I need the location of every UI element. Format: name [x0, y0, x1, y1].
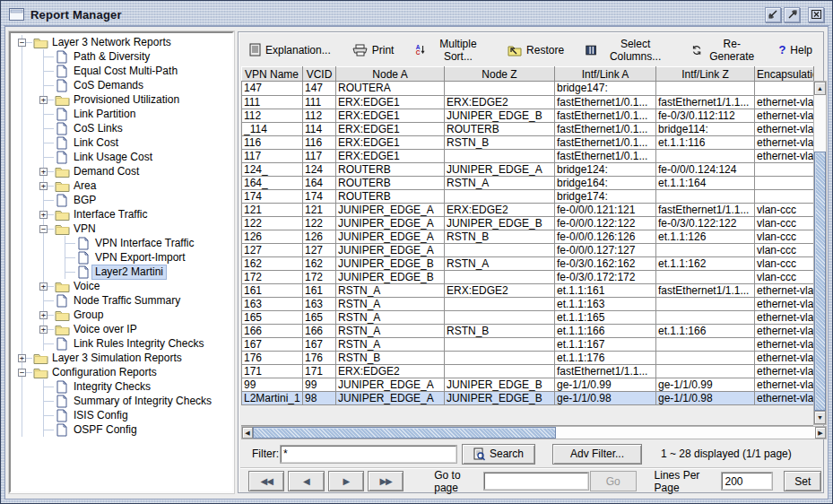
table-row[interactable]: 116116ERX:EDGE1RSTN_BfastEthernet1/0.1..… — [242, 135, 814, 149]
table-row[interactable]: 117117ERX:EDGE1fastEthernet1/0.1...ether… — [242, 149, 814, 162]
table-row[interactable]: 111111ERX:EDGE1ERX:EDGE2fastEthernet1/0.… — [242, 95, 814, 109]
table-row[interactable]: _114114ERX:EDGE1ROUTERBfastEthernet1/0.1… — [242, 122, 814, 135]
horizontal-scroll-thumb[interactable] — [253, 427, 556, 439]
column-header[interactable]: VCID — [303, 67, 336, 82]
go-button[interactable]: Go — [590, 471, 637, 491]
tree-expander-plus-icon[interactable]: + — [33, 322, 53, 336]
table-row[interactable]: 172172JUNIPER_EDGE_Bfe-0/3/0.172:172vlan… — [242, 270, 814, 283]
table-row[interactable]: 112112ERX:EDGE1JUNIPER_EDGE_BfastEtherne… — [242, 109, 814, 122]
table-row[interactable]: 164_164ROUTERBRSTN_Abridge164:et.1.1:164 — [242, 176, 814, 189]
tree-item[interactable]: +Group — [12, 308, 232, 322]
table-row[interactable]: 161161RSTN_AERX:EDGE2et.1.1:161fastEther… — [242, 283, 814, 297]
table-row[interactable]: 171171ERX:EDGE2fastEthernet1/1.1...ether… — [242, 364, 814, 378]
vertical-scrollbar[interactable]: ▲ ▼ — [813, 81, 827, 425]
scroll-up-button[interactable]: ▲ — [814, 82, 826, 95]
tree-item[interactable]: Integrity Checks — [12, 379, 232, 394]
table-row[interactable]: 9999JUNIPER_EDGE_AJUNIPER_EDGE_Bge-1/1/0… — [242, 378, 814, 391]
table-row[interactable]: 122122JUNIPER_EDGE_AJUNIPER_EDGE_Bfe-0/0… — [242, 216, 814, 230]
table-row[interactable]: 165165RSTN_Aet.1.1:165ethernet-vlan — [242, 310, 814, 324]
select-columns-button[interactable]: Select Columns... — [584, 36, 672, 65]
tree-item[interactable]: VPN Export-Import — [12, 250, 232, 265]
first-page-button[interactable]: ◀◀ — [248, 471, 284, 491]
column-header[interactable]: Node Z — [445, 67, 555, 82]
tree-item[interactable]: +Voice — [12, 279, 232, 293]
table-row[interactable]: 127127JUNIPER_EDGE_Afe-0/0/0.127:127vlan… — [242, 243, 814, 256]
tree-expander-plus-icon[interactable]: + — [33, 178, 53, 193]
tree-item[interactable]: Equal Cost Multi-Path — [12, 64, 232, 78]
report-tree-panel[interactable]: −Layer 3 Network ReportsPath & Diversity… — [9, 31, 234, 493]
vertical-scroll-thumb[interactable] — [814, 152, 826, 411]
table-row[interactable]: 163163RSTN_Aet.1.1:163ethernet-vlan — [242, 297, 814, 310]
set-button[interactable]: Set — [784, 471, 821, 491]
filter-input[interactable] — [281, 446, 456, 463]
table-row[interactable]: 124_124ROUTERBJUNIPER_EDGE_Abridge124:fe… — [242, 162, 814, 176]
search-button[interactable]: Search — [462, 444, 535, 465]
tree-expander-plus-icon[interactable]: + — [33, 308, 53, 322]
tree-item[interactable]: −Layer 3 Network Reports — [12, 35, 232, 49]
table-row[interactable]: 126126JUNIPER_EDGE_ARSTN_Bfe-0/0/0.126:1… — [242, 230, 814, 243]
maximize-button[interactable] — [784, 7, 800, 22]
lines-per-page-input[interactable] — [722, 473, 772, 490]
tree-expander-plus-icon[interactable]: + — [33, 92, 53, 107]
report-table[interactable]: 147147ROUTERAbridge147:111111ERX:EDGE1ER… — [241, 82, 813, 405]
tree-expander-plus-icon[interactable]: + — [33, 207, 53, 222]
table-row[interactable]: 174174ROUTERBbridge174: — [242, 189, 814, 203]
previous-page-button[interactable]: ◀ — [288, 471, 324, 491]
tree-item[interactable]: Layer2 Martini — [12, 265, 232, 279]
next-page-button[interactable]: ▶ — [328, 471, 364, 491]
table-row[interactable]: 121121JUNIPER_EDGE_AERX:EDGE2fe-0/0/0.12… — [242, 203, 814, 216]
tree-expander-minus-icon[interactable]: − — [12, 35, 31, 49]
column-header[interactable]: Intf/Link A — [555, 67, 656, 82]
titlebar[interactable]: Report Manager — [4, 4, 829, 26]
tree-item[interactable]: Link Partition — [12, 107, 232, 121]
tree-item[interactable]: +Provisioned Utilization — [12, 92, 232, 107]
multiple-sort-button[interactable]: A C Multiple Sort... — [413, 36, 488, 65]
adv-filter-button[interactable]: Adv Filter... — [552, 444, 642, 465]
column-header[interactable]: Encapsulation — [755, 67, 814, 82]
tree-item[interactable]: CoS Links — [12, 121, 232, 135]
tree-expander-plus-icon[interactable]: + — [33, 279, 53, 293]
table-row[interactable]: 176176RSTN_Bet.1.1:176ethernet-vlan — [242, 351, 814, 364]
tree-expander-minus-icon[interactable]: − — [33, 222, 53, 236]
goto-page-input[interactable] — [484, 473, 588, 490]
tree-item[interactable]: +Area — [12, 178, 232, 193]
scroll-left-button[interactable]: ◀ — [242, 427, 253, 439]
horizontal-scrollbar[interactable]: ◀ ▶ — [241, 426, 827, 439]
tree-item[interactable]: ISIS Config — [12, 408, 232, 422]
tree-item[interactable]: Summary of Integrity Checks — [12, 394, 232, 408]
table-row[interactable]: 147147ROUTERAbridge147: — [242, 82, 814, 95]
tree-item[interactable]: −VPN — [12, 222, 232, 236]
last-page-button[interactable]: ▶▶ — [368, 471, 403, 491]
explanation-button[interactable]: Explanation... — [247, 41, 333, 58]
restore-button[interactable]: Restore — [506, 42, 566, 58]
tree-item[interactable]: +Demand Cost — [12, 164, 232, 178]
help-button[interactable]: ? Help — [777, 41, 814, 58]
scroll-down-button[interactable]: ▼ — [814, 411, 826, 424]
tree-item[interactable]: VPN Interface Traffic — [12, 236, 232, 250]
tree-item[interactable]: +Voice over IP — [12, 322, 232, 336]
tree-item[interactable]: Path & Diversity — [12, 49, 232, 64]
iconify-button[interactable] — [765, 7, 781, 22]
close-button[interactable] — [808, 7, 824, 22]
tree-item[interactable]: +Layer 3 Simulation Reports — [12, 351, 232, 365]
tree-item[interactable]: Node Traffic Summary — [12, 293, 232, 308]
table-row[interactable]: 166166RSTN_ARSTN_Bet.1.1:166et.1.1:166et… — [242, 324, 814, 337]
tree-item[interactable]: +Interface Traffic — [12, 207, 232, 222]
column-header[interactable]: VPN Name — [242, 67, 303, 82]
table-row[interactable]: 167167RSTN_Aet.1.1:167ethernet-vlan — [242, 337, 814, 351]
tree-item[interactable]: CoS Demands — [12, 78, 232, 92]
print-button[interactable]: Print — [351, 42, 396, 58]
tree-item[interactable]: Link Usage Cost — [12, 150, 232, 164]
tree-expander-plus-icon[interactable]: + — [33, 164, 53, 178]
tree-item[interactable]: Link Rules Integrity Checks — [12, 336, 232, 351]
column-header[interactable]: Node A — [336, 67, 445, 82]
tree-expander-minus-icon[interactable]: − — [12, 365, 31, 379]
column-header[interactable]: Intf/Link Z — [656, 67, 755, 82]
table-row[interactable]: 162162JUNIPER_EDGE_BRSTN_Afe-0/3/0.162:1… — [242, 256, 814, 270]
table-row[interactable]: L2Martini_198JUNIPER_EDGE_AJUNIPER_EDGE_… — [242, 391, 814, 404]
regenerate-button[interactable]: Re-Generate — [690, 36, 759, 65]
tree-item[interactable]: BGP — [12, 193, 232, 207]
tree-item[interactable]: OSPF Config — [12, 422, 232, 437]
table-header-row[interactable]: VPN NameVCIDNode ANode ZIntf/Link AIntf/… — [242, 67, 814, 82]
tree-expander-plus-icon[interactable]: + — [12, 351, 31, 365]
